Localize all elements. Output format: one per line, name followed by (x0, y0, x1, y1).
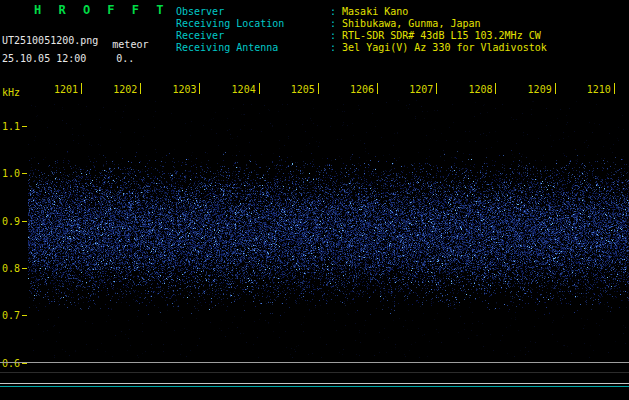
hrofft-output: H R O F F T Observer: Masaki KanoReceivi… (0, 0, 629, 400)
y-tick-label: 1.0 (0, 168, 20, 180)
y-tick-label: 0.7 (0, 310, 20, 322)
y-tick-label: 0.9 (0, 216, 20, 228)
y-tick-mark (22, 315, 27, 316)
signal-level-trace (0, 383, 629, 384)
spectrogram-canvas (28, 100, 629, 358)
y-tick-mark (22, 173, 27, 174)
level-panel-mid-gridline (0, 372, 629, 373)
noise-level-trace (0, 386, 629, 387)
y-tick-label: 1.1 (0, 121, 20, 133)
y-tick-mark (22, 268, 27, 269)
y-tick-mark (22, 126, 27, 127)
y-tick-label: 0.8 (0, 263, 20, 275)
y-tick-mark (22, 221, 27, 222)
y-tick-label: 0.6 (0, 358, 20, 370)
level-panel-top-border (0, 362, 629, 363)
